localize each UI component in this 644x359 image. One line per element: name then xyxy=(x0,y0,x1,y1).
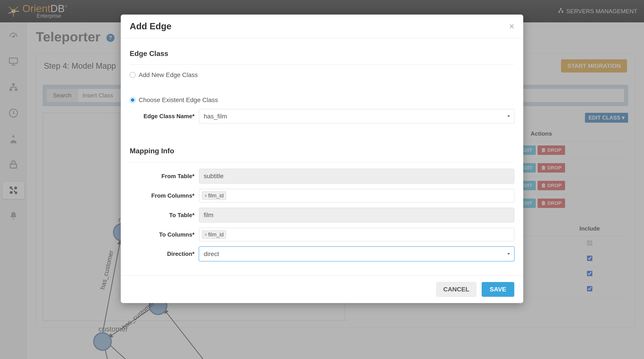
radio-choose-existing-input[interactable] xyxy=(130,97,136,103)
modal-title: Add Edge xyxy=(130,21,172,31)
section-mapping-info: Mapping Info xyxy=(130,147,514,155)
radio-choose-existing[interactable]: Choose Existent Edge Class xyxy=(130,97,514,104)
radio-add-new-input[interactable] xyxy=(130,72,136,78)
from-columns-input[interactable]: ×film_id xyxy=(199,189,514,202)
edge-class-name-label: Edge Class Name* xyxy=(130,113,199,120)
to-table-input xyxy=(199,208,514,222)
remove-token-icon[interactable]: × xyxy=(204,232,207,237)
direction-select[interactable]: direct xyxy=(199,247,514,261)
from-table-label: From Table* xyxy=(130,173,199,180)
radio-add-new-label: Add New Edge Class xyxy=(139,71,198,79)
remove-token-icon[interactable]: × xyxy=(204,193,207,199)
modal-header: Add Edge × xyxy=(121,15,523,38)
radio-choose-existing-label: Choose Existent Edge Class xyxy=(139,97,218,104)
from-columns-token[interactable]: ×film_id xyxy=(202,191,226,200)
to-columns-label: To Columns* xyxy=(130,231,199,238)
cancel-button[interactable]: CANCEL xyxy=(436,282,476,297)
modal-overlay: Add Edge × Edge Class Add New Edge Class… xyxy=(0,0,644,359)
close-icon[interactable]: × xyxy=(509,21,514,31)
from-table-input xyxy=(199,169,514,184)
to-columns-input[interactable]: ×film_id xyxy=(199,228,514,241)
to-table-label: To Table* xyxy=(130,212,199,219)
from-columns-label: From Columns* xyxy=(130,192,199,199)
add-edge-modal: Add Edge × Edge Class Add New Edge Class… xyxy=(121,15,523,303)
save-button[interactable]: SAVE xyxy=(482,282,514,297)
modal-body: Edge Class Add New Edge Class Choose Exi… xyxy=(121,38,523,275)
direction-label: Direction* xyxy=(130,250,199,257)
modal-footer: CANCEL SAVE xyxy=(121,275,523,303)
radio-add-new[interactable]: Add New Edge Class xyxy=(130,71,514,79)
section-edge-class: Edge Class xyxy=(130,50,514,58)
to-columns-token[interactable]: ×film_id xyxy=(202,230,226,239)
edge-class-name-select[interactable]: has_film xyxy=(199,109,514,124)
